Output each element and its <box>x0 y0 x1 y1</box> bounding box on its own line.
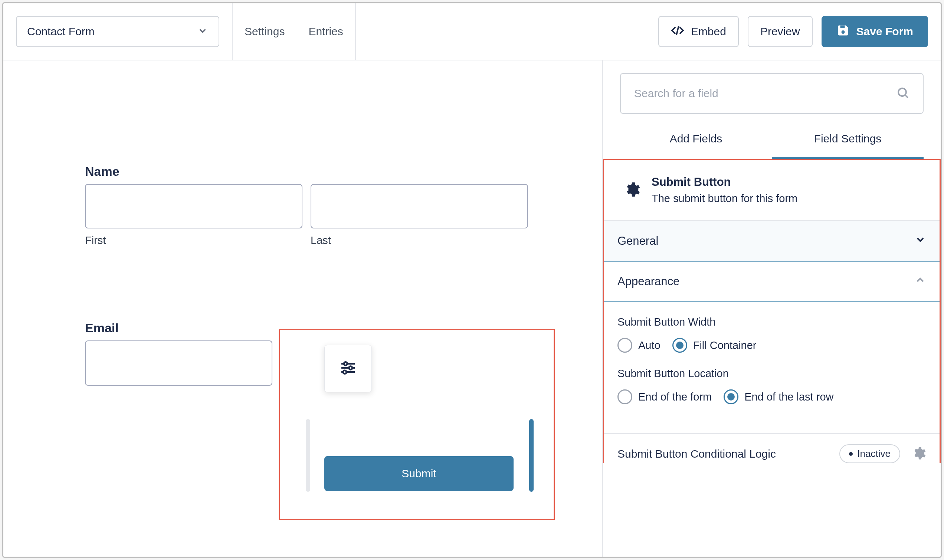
logic-right: Inactive <box>839 444 926 463</box>
svg-line-10 <box>906 95 908 98</box>
radio-loc-end-row[interactable]: End of the last row <box>724 389 833 404</box>
svg-point-7 <box>349 366 352 370</box>
svg-point-8 <box>343 371 346 374</box>
field-settings-panel: Submit Button The submit button for this… <box>603 159 941 463</box>
save-icon <box>836 24 850 40</box>
nav-tab-settings[interactable]: Settings <box>233 3 296 60</box>
first-name-input[interactable] <box>85 184 302 228</box>
tab-add-fields[interactable]: Add Fields <box>620 132 772 159</box>
embed-label: Embed <box>691 25 726 38</box>
resize-handle-right[interactable] <box>529 419 534 492</box>
email-input[interactable] <box>85 340 273 386</box>
logic-status-text: Inactive <box>857 448 890 460</box>
radio-endrow-label: End of the last row <box>744 391 833 403</box>
svg-rect-1 <box>840 25 845 28</box>
svg-point-9 <box>898 88 906 96</box>
field-header-text: Submit Button The submit button for this… <box>651 175 798 205</box>
topbar-right: Embed Preview Save Form <box>658 16 941 47</box>
name-row: First Last <box>85 184 528 247</box>
sidebar-tabs: Add Fields Field Settings <box>603 121 941 159</box>
field-title: Submit Button <box>651 175 798 189</box>
chevron-down-icon <box>197 25 208 38</box>
search-wrap: Search for a field <box>603 60 941 121</box>
field-header: Submit Button The submit button for this… <box>604 160 939 220</box>
logic-settings-button[interactable] <box>911 446 926 462</box>
radio-width-auto[interactable]: Auto <box>618 338 661 353</box>
appearance-body: Submit Button Width Auto Fill Container … <box>604 302 939 433</box>
width-label: Submit Button Width <box>618 316 926 328</box>
form-canvas: Name First Last Email <box>3 60 602 557</box>
email-col <box>85 340 273 386</box>
nav-tabs: Settings Entries <box>232 3 356 60</box>
preview-button[interactable]: Preview <box>748 16 813 47</box>
location-label: Submit Button Location <box>618 368 926 380</box>
preview-label: Preview <box>760 25 800 38</box>
last-sublabel: Last <box>311 234 528 247</box>
conditional-logic-row: Submit Button Conditional Logic Inactive <box>604 433 939 463</box>
sidebar: Search for a field Add Fields Field Sett… <box>602 60 941 557</box>
svg-point-2 <box>841 31 845 34</box>
location-options: End of the form End of the last row <box>618 389 926 404</box>
chevron-up-icon <box>914 274 926 289</box>
name-label: Name <box>85 164 528 179</box>
radio-width-fill[interactable]: Fill Container <box>672 338 757 353</box>
tab-field-settings[interactable]: Field Settings <box>772 132 924 159</box>
svg-point-6 <box>344 362 347 365</box>
logic-status-badge[interactable]: Inactive <box>839 444 900 463</box>
width-options: Auto Fill Container <box>618 338 926 353</box>
topbar: Contact Form Settings Entries Embed Prev… <box>3 3 941 60</box>
topbar-left: Contact Form Settings Entries <box>3 3 356 60</box>
submit-button[interactable]: Submit <box>324 456 514 491</box>
field-description: The submit button for this form <box>651 192 798 205</box>
section-appearance-label: Appearance <box>618 275 679 288</box>
section-appearance[interactable]: Appearance <box>604 261 939 302</box>
chevron-down-icon <box>914 234 926 248</box>
svg-line-0 <box>676 26 679 35</box>
submit-label: Submit <box>402 467 436 480</box>
first-name-col: First <box>85 184 302 247</box>
radio-loc-end-form[interactable]: End of the form <box>618 389 712 404</box>
submit-field-selected[interactable]: Submit <box>279 329 555 520</box>
first-sublabel: First <box>85 234 302 247</box>
form-switcher[interactable]: Contact Form <box>16 16 219 47</box>
save-label: Save Form <box>856 25 913 38</box>
radio-fill-label: Fill Container <box>693 339 757 352</box>
last-name-input[interactable] <box>311 184 528 228</box>
status-dot-icon <box>849 452 853 456</box>
save-button[interactable]: Save Form <box>822 16 928 47</box>
form-switcher-label: Contact Form <box>27 25 95 38</box>
nav-tab-entries[interactable]: Entries <box>296 3 355 60</box>
search-input[interactable]: Search for a field <box>620 73 924 114</box>
gear-icon <box>624 181 641 200</box>
radio-endform-label: End of the form <box>638 391 712 403</box>
app-window: Contact Form Settings Entries Embed Prev… <box>2 2 942 558</box>
resize-handle-left[interactable] <box>306 419 310 492</box>
code-icon <box>671 24 684 40</box>
logic-label: Submit Button Conditional Logic <box>618 448 776 460</box>
field-settings-handle[interactable] <box>324 345 372 392</box>
search-icon <box>896 86 910 101</box>
section-general-label: General <box>618 234 658 248</box>
last-name-col: Last <box>311 184 528 247</box>
radio-auto-label: Auto <box>638 339 661 352</box>
sliders-icon <box>338 358 358 379</box>
content: Name First Last Email <box>3 60 941 557</box>
search-placeholder: Search for a field <box>634 87 718 100</box>
embed-button[interactable]: Embed <box>658 16 739 47</box>
section-general[interactable]: General <box>604 220 939 261</box>
